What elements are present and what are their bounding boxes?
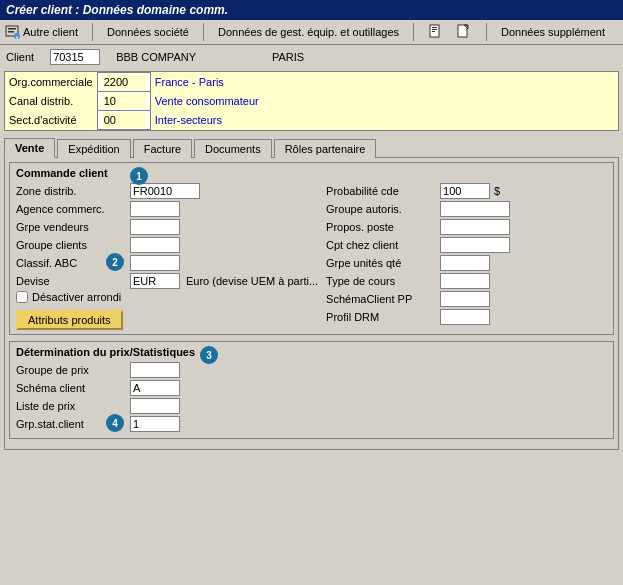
org-row-3: Sect.d'activité Inter-secteurs — [5, 111, 618, 130]
prix-stats-section: 3 Détermination du prix/Statistiques Gro… — [9, 341, 614, 439]
cpt-chez-client-label: Cpt chez client — [326, 239, 436, 251]
sect-activite-input[interactable] — [102, 112, 146, 128]
schema-client-pp-row: SchémaClient PP — [326, 291, 607, 307]
tab-roles-label: Rôles partenaire — [285, 143, 366, 155]
company-name: BBB COMPANY — [116, 51, 196, 63]
tab-roles[interactable]: Rôles partenaire — [274, 139, 377, 158]
content-area: 1 Commande client Zone distrib. Agence c… — [4, 157, 619, 450]
profil-drm-row: Profil DRM — [326, 309, 607, 325]
donnees-suppl-label: Données supplément — [501, 26, 605, 38]
devise-input[interactable] — [130, 273, 180, 289]
liste-prix-label: Liste de prix — [16, 400, 126, 412]
groupe-autoris-row: Groupe autoris. — [326, 201, 607, 217]
propos-poste-row: Propos. poste — [326, 219, 607, 235]
groupe-prix-input[interactable] — [130, 362, 180, 378]
grpe-vendeurs-row: Grpe vendeurs — [16, 219, 318, 235]
canal-distrib-value[interactable] — [97, 92, 150, 111]
schema-client-pp-label: SchémaClient PP — [326, 293, 436, 305]
sep3 — [413, 23, 414, 41]
icon-btn-2[interactable] — [456, 24, 472, 40]
classif-abc-input[interactable] — [130, 255, 180, 271]
sect-activite-value[interactable] — [97, 111, 150, 130]
desactiver-arrondi-row: Désactiver arrondi — [16, 291, 318, 303]
agence-commerc-input[interactable] — [130, 201, 180, 217]
org-commerciale-label: Org.commerciale — [5, 73, 97, 92]
donnees-gest-btn[interactable]: Données de gest. équip. et outillages — [218, 26, 399, 38]
probabilite-label: Probabilité cde — [326, 185, 436, 197]
svg-rect-2 — [8, 31, 14, 33]
cpt-chez-client-row: Cpt chez client — [326, 237, 607, 253]
svg-rect-7 — [432, 29, 437, 30]
desactiver-arrondi-checkbox[interactable] — [16, 291, 28, 303]
groupe-autoris-input[interactable] — [440, 201, 510, 217]
autre-client-label: Autre client — [23, 26, 78, 38]
canal-distrib-text: Vente consommateur — [150, 92, 618, 111]
schema-client-input[interactable] — [130, 380, 180, 396]
tab-vente[interactable]: Vente — [4, 138, 55, 158]
groupe-clients-label: Groupe clients — [16, 239, 126, 251]
groupe-clients-input[interactable] — [130, 237, 180, 253]
tab-vente-label: Vente — [15, 142, 44, 154]
grpe-unites-row: Grpe unités qté — [326, 255, 607, 271]
propos-poste-label: Propos. poste — [326, 221, 436, 233]
autre-client-btn[interactable]: + Autre client — [4, 24, 78, 40]
svg-rect-8 — [432, 31, 435, 32]
tabs-container: Vente Expédition Facture Documents Rôles… — [4, 137, 619, 157]
org-commerciale-input[interactable] — [102, 74, 146, 90]
groupe-prix-row: Groupe de prix — [16, 362, 607, 378]
commande-client-section: 1 Commande client Zone distrib. Agence c… — [9, 162, 614, 335]
zone-distrib-label: Zone distrib. — [16, 185, 126, 197]
grpe-vendeurs-input[interactable] — [130, 219, 180, 235]
tab-documents-label: Documents — [205, 143, 261, 155]
propos-poste-input[interactable] — [440, 219, 510, 235]
autre-client-icon: + — [4, 24, 20, 40]
client-input[interactable] — [50, 49, 100, 65]
schema-client-label: Schéma client — [16, 382, 126, 394]
commande-right-col: Probabilité cde $ Groupe autoris. Propos… — [326, 183, 607, 330]
liste-prix-input[interactable] — [130, 398, 180, 414]
donnees-suppl-btn[interactable]: Données supplément — [501, 26, 605, 38]
sect-activite-text: Inter-secteurs — [150, 111, 618, 130]
desactiver-arrondi-label: Désactiver arrondi — [32, 291, 121, 303]
donnees-gest-label: Données de gest. équip. et outillages — [218, 26, 399, 38]
donnees-societe-label: Données société — [107, 26, 189, 38]
commande-left-col: Zone distrib. Agence commerc. Grpe vende… — [16, 183, 318, 330]
svg-rect-6 — [432, 27, 437, 28]
toolbar: + Autre client Données société Données d… — [0, 20, 623, 45]
zone-distrib-input[interactable] — [130, 183, 200, 199]
client-info-row: Client BBB COMPANY PARIS — [0, 45, 623, 69]
prix-stats-title: Détermination du prix/Statistiques — [16, 346, 607, 358]
org-commerciale-text: France - Paris — [150, 73, 618, 92]
org-row-2: Canal distrib. Vente consommateur — [5, 92, 618, 111]
canal-distrib-input[interactable] — [102, 93, 146, 109]
donnees-societe-btn[interactable]: Données société — [107, 26, 189, 38]
schema-client-row: Schéma client — [16, 380, 607, 396]
doc-icon-2 — [456, 24, 472, 40]
profil-drm-input[interactable] — [440, 309, 490, 325]
org-table: Org.commerciale France - Paris Canal dis… — [4, 71, 619, 131]
org-commerciale-value[interactable] — [97, 73, 150, 92]
probabilite-row: Probabilité cde $ — [326, 183, 607, 199]
tab-documents[interactable]: Documents — [194, 139, 272, 158]
attributs-produits-btn[interactable]: Attributs produits — [16, 310, 123, 330]
org-row-1: Org.commerciale France - Paris — [5, 73, 618, 92]
zone-distrib-row: Zone distrib. — [16, 183, 318, 199]
type-cours-input[interactable] — [440, 273, 490, 289]
icon-btn-1[interactable] — [428, 24, 444, 40]
devise-label: Devise — [16, 275, 126, 287]
canal-distrib-label: Canal distrib. — [5, 92, 97, 111]
title-bar: Créer client : Données domaine comm. — [0, 0, 623, 20]
grpe-unites-input[interactable] — [440, 255, 490, 271]
schema-client-pp-input[interactable] — [440, 291, 490, 307]
type-cours-label: Type de cours — [326, 275, 436, 287]
commande-client-title: Commande client — [16, 167, 607, 179]
cpt-chez-client-input[interactable] — [440, 237, 510, 253]
classif-abc-row: 2 Classif. ABC — [16, 255, 318, 271]
probabilite-input[interactable] — [440, 183, 490, 199]
type-cours-row: Type de cours — [326, 273, 607, 289]
grp-stat-client-input[interactable] — [130, 416, 180, 432]
tab-facture[interactable]: Facture — [133, 139, 192, 158]
circle-1: 1 — [130, 167, 148, 185]
sep4 — [486, 23, 487, 41]
tab-expedition[interactable]: Expédition — [57, 139, 130, 158]
